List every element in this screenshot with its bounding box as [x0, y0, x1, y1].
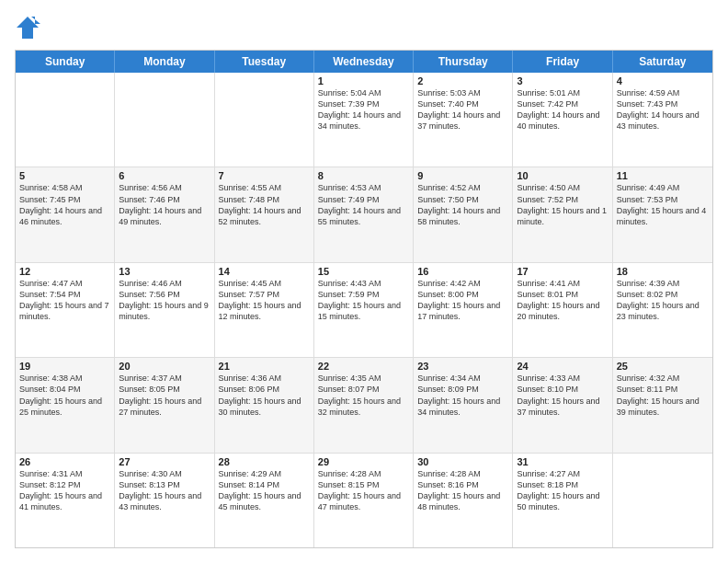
day-number: 8: [318, 170, 409, 181]
day-info: Sunrise: 4:32 AM Sunset: 8:11 PM Dayligh…: [617, 373, 709, 418]
day-info: Sunrise: 4:37 AM Sunset: 8:05 PM Dayligh…: [119, 373, 210, 418]
cal-cell: 29Sunrise: 4:28 AM Sunset: 8:15 PM Dayli…: [314, 454, 414, 547]
day-info: Sunrise: 4:49 AM Sunset: 7:53 PM Dayligh…: [617, 182, 709, 227]
day-info: Sunrise: 4:46 AM Sunset: 7:56 PM Dayligh…: [119, 278, 210, 323]
day-info: Sunrise: 4:53 AM Sunset: 7:49 PM Dayligh…: [318, 182, 409, 227]
cal-cell: 9Sunrise: 4:52 AM Sunset: 7:50 PM Daylig…: [414, 167, 513, 261]
day-number: 27: [119, 456, 210, 467]
day-number: 2: [417, 75, 508, 86]
cal-cell: 13Sunrise: 4:46 AM Sunset: 7:56 PM Dayli…: [115, 263, 214, 357]
day-info: Sunrise: 4:28 AM Sunset: 8:16 PM Dayligh…: [417, 468, 508, 513]
logo-icon: [15, 15, 40, 40]
cal-cell: 22Sunrise: 4:35 AM Sunset: 8:07 PM Dayli…: [314, 358, 414, 452]
day-number: 13: [119, 266, 210, 277]
day-info: Sunrise: 5:04 AM Sunset: 7:39 PM Dayligh…: [318, 87, 409, 132]
cal-cell: 19Sunrise: 4:38 AM Sunset: 8:04 PM Dayli…: [16, 358, 115, 452]
day-info: Sunrise: 4:45 AM Sunset: 7:57 PM Dayligh…: [219, 278, 310, 323]
calendar-row-5: 26Sunrise: 4:31 AM Sunset: 8:12 PM Dayli…: [16, 454, 712, 547]
cal-cell: 3Sunrise: 5:01 AM Sunset: 7:42 PM Daylig…: [513, 73, 612, 167]
day-info: Sunrise: 5:01 AM Sunset: 7:42 PM Dayligh…: [517, 87, 608, 132]
day-number: 29: [318, 456, 409, 467]
cal-cell: 15Sunrise: 4:43 AM Sunset: 7:59 PM Dayli…: [314, 263, 414, 357]
logo: [15, 15, 44, 40]
weekday-header-thursday: Thursday: [414, 51, 513, 73]
day-info: Sunrise: 4:42 AM Sunset: 8:00 PM Dayligh…: [417, 278, 508, 323]
day-number: 11: [617, 170, 709, 181]
day-info: Sunrise: 4:58 AM Sunset: 7:45 PM Dayligh…: [19, 182, 110, 227]
day-number: 31: [517, 456, 608, 467]
calendar-row-2: 5Sunrise: 4:58 AM Sunset: 7:45 PM Daylig…: [16, 167, 712, 262]
weekday-header-tuesday: Tuesday: [215, 51, 314, 73]
weekday-header-wednesday: Wednesday: [314, 51, 414, 73]
cal-cell: 1Sunrise: 5:04 AM Sunset: 7:39 PM Daylig…: [314, 73, 414, 167]
day-info: Sunrise: 4:41 AM Sunset: 8:01 PM Dayligh…: [517, 278, 608, 323]
day-info: Sunrise: 4:43 AM Sunset: 7:59 PM Dayligh…: [318, 278, 409, 323]
day-number: 12: [19, 266, 110, 277]
weekday-header-friday: Friday: [513, 51, 612, 73]
cal-cell: 18Sunrise: 4:39 AM Sunset: 8:02 PM Dayli…: [613, 263, 712, 357]
day-info: Sunrise: 4:30 AM Sunset: 8:13 PM Dayligh…: [119, 468, 210, 513]
calendar-header: SundayMondayTuesdayWednesdayThursdayFrid…: [16, 51, 712, 73]
cal-cell: 4Sunrise: 4:59 AM Sunset: 7:43 PM Daylig…: [613, 73, 712, 167]
cal-cell: 17Sunrise: 4:41 AM Sunset: 8:01 PM Dayli…: [513, 263, 612, 357]
day-info: Sunrise: 4:39 AM Sunset: 8:02 PM Dayligh…: [617, 278, 709, 323]
day-info: Sunrise: 4:29 AM Sunset: 8:14 PM Dayligh…: [219, 468, 310, 513]
day-number: 3: [517, 75, 608, 86]
day-info: Sunrise: 4:38 AM Sunset: 8:04 PM Dayligh…: [19, 373, 110, 418]
day-info: Sunrise: 4:59 AM Sunset: 7:43 PM Dayligh…: [617, 87, 709, 132]
day-number: 4: [617, 75, 709, 86]
day-number: 10: [517, 170, 608, 181]
cal-cell: 24Sunrise: 4:33 AM Sunset: 8:10 PM Dayli…: [513, 358, 612, 452]
day-info: Sunrise: 4:47 AM Sunset: 7:54 PM Dayligh…: [19, 278, 110, 323]
cal-cell: 10Sunrise: 4:50 AM Sunset: 7:52 PM Dayli…: [513, 167, 612, 261]
day-number: 22: [318, 361, 409, 372]
day-info: Sunrise: 4:27 AM Sunset: 8:18 PM Dayligh…: [517, 468, 608, 513]
day-info: Sunrise: 4:33 AM Sunset: 8:10 PM Dayligh…: [517, 373, 608, 418]
day-number: 7: [219, 170, 310, 181]
day-info: Sunrise: 4:55 AM Sunset: 7:48 PM Dayligh…: [219, 182, 310, 227]
cal-cell: 5Sunrise: 4:58 AM Sunset: 7:45 PM Daylig…: [16, 167, 115, 261]
day-info: Sunrise: 4:36 AM Sunset: 8:06 PM Dayligh…: [219, 373, 310, 418]
day-info: Sunrise: 4:28 AM Sunset: 8:15 PM Dayligh…: [318, 468, 409, 513]
day-number: 14: [219, 266, 310, 277]
day-number: 16: [417, 266, 508, 277]
cal-cell: 25Sunrise: 4:32 AM Sunset: 8:11 PM Dayli…: [613, 358, 712, 452]
cal-cell: 8Sunrise: 4:53 AM Sunset: 7:49 PM Daylig…: [314, 167, 414, 261]
day-number: 1: [318, 75, 409, 86]
cal-cell: [215, 73, 314, 167]
day-number: 17: [517, 266, 608, 277]
day-info: Sunrise: 4:56 AM Sunset: 7:46 PM Dayligh…: [119, 182, 210, 227]
day-info: Sunrise: 4:52 AM Sunset: 7:50 PM Dayligh…: [417, 182, 508, 227]
day-number: 15: [318, 266, 409, 277]
day-number: 21: [219, 361, 310, 372]
weekday-header-saturday: Saturday: [613, 51, 712, 73]
day-number: 19: [19, 361, 110, 372]
cal-cell: 31Sunrise: 4:27 AM Sunset: 8:18 PM Dayli…: [513, 454, 612, 547]
cal-cell: 11Sunrise: 4:49 AM Sunset: 7:53 PM Dayli…: [613, 167, 712, 261]
day-number: 20: [119, 361, 210, 372]
day-number: 18: [617, 266, 709, 277]
cal-cell: [613, 454, 712, 547]
cal-cell: 20Sunrise: 4:37 AM Sunset: 8:05 PM Dayli…: [115, 358, 214, 452]
calendar: SundayMondayTuesdayWednesdayThursdayFrid…: [15, 50, 713, 548]
day-info: Sunrise: 4:31 AM Sunset: 8:12 PM Dayligh…: [19, 468, 110, 513]
cal-cell: 21Sunrise: 4:36 AM Sunset: 8:06 PM Dayli…: [215, 358, 314, 452]
weekday-header-monday: Monday: [115, 51, 214, 73]
day-number: 30: [417, 456, 508, 467]
cal-cell: 30Sunrise: 4:28 AM Sunset: 8:16 PM Dayli…: [414, 454, 513, 547]
day-info: Sunrise: 4:35 AM Sunset: 8:07 PM Dayligh…: [318, 373, 409, 418]
cal-cell: [16, 73, 115, 167]
calendar-row-3: 12Sunrise: 4:47 AM Sunset: 7:54 PM Dayli…: [16, 263, 712, 358]
day-number: 23: [417, 361, 508, 372]
day-number: 5: [19, 170, 110, 181]
cal-cell: 27Sunrise: 4:30 AM Sunset: 8:13 PM Dayli…: [115, 454, 214, 547]
day-number: 9: [417, 170, 508, 181]
cal-cell: 6Sunrise: 4:56 AM Sunset: 7:46 PM Daylig…: [115, 167, 214, 261]
cal-cell: [115, 73, 214, 167]
weekday-header-sunday: Sunday: [16, 51, 115, 73]
cal-cell: 14Sunrise: 4:45 AM Sunset: 7:57 PM Dayli…: [215, 263, 314, 357]
day-number: 26: [19, 456, 110, 467]
day-number: 24: [517, 361, 608, 372]
day-info: Sunrise: 4:50 AM Sunset: 7:52 PM Dayligh…: [517, 182, 608, 227]
calendar-row-4: 19Sunrise: 4:38 AM Sunset: 8:04 PM Dayli…: [16, 358, 712, 453]
